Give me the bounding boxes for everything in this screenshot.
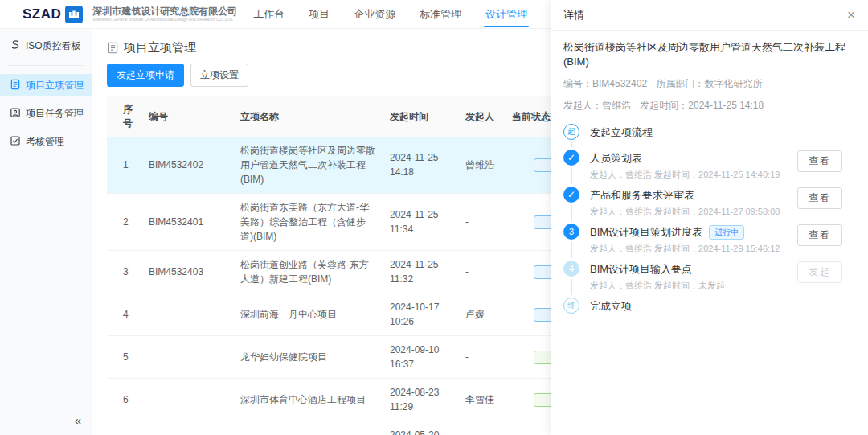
check-square-icon: [10, 135, 21, 149]
sidebar-item-project-initiation[interactable]: 项目立项管理: [0, 74, 92, 96]
cell-initiator: 卢媛: [459, 293, 506, 336]
cell-initiate-time: 2024-11-25 14:18: [383, 137, 459, 194]
cell-project-name: 松岗街道楼岗等社区及周边零散用户管道天然气二次补装工程(BIM): [234, 137, 383, 194]
timeline-step: 起发起立项流程: [563, 124, 855, 150]
cell-code: [142, 293, 234, 336]
tasks-icon: [10, 107, 21, 121]
timeline-connector: [571, 205, 572, 221]
timeline-node-column: ✓: [563, 150, 579, 187]
timeline-connector: [571, 168, 572, 184]
detail-code: 编号：BIM4532402: [563, 78, 647, 89]
cell-code: BIM4532401: [142, 194, 234, 251]
cell-code: BIM4532403: [142, 251, 234, 293]
page-title-text: 项目立项管理: [124, 40, 196, 55]
timeline-step-title: 发起立项流程: [590, 124, 855, 140]
timeline-node-done: ✓: [563, 150, 579, 166]
doc-icon: [10, 79, 21, 92]
cell-initiate-time: 2024-10-17 10:26: [383, 293, 459, 336]
cell-code: [142, 336, 234, 379]
cell-initiator: 李雪佳: [459, 379, 506, 421]
nav-item-workbench[interactable]: 工作台: [252, 0, 286, 29]
sidebar-collapse-button[interactable]: «: [75, 413, 81, 427]
column-header: 编号: [142, 96, 234, 137]
timeline-step-title-text: BIM设计项目策划进度表: [590, 225, 702, 240]
timeline-node-start: 起: [563, 124, 579, 140]
cell-seq: 1: [107, 137, 142, 194]
page-title-icon: [107, 42, 119, 54]
sidebar: ISO质控看板项目立项管理项目任务管理考核管理 «: [0, 29, 92, 435]
timeline-step: 3BIM设计项目策划进度表进行中发起人：曾维浩 发起时间：2024-11-29 …: [563, 224, 855, 261]
timeline-connector: [571, 279, 572, 295]
timeline-node-column: ✓: [563, 187, 579, 224]
detail-meta-line-2: 发起人：曾维浩 发起时间：2024-11-25 14:18: [563, 99, 855, 113]
nav-item-enterprise-resource[interactable]: 企业资源: [352, 0, 397, 29]
column-header: 发起人: [459, 96, 506, 137]
in-progress-badge: 进行中: [709, 225, 744, 240]
column-header: 序号: [107, 96, 142, 137]
sidebar-item-project-task[interactable]: 项目任务管理: [0, 102, 92, 125]
cell-initiate-time: 2024-05-20 11:39: [383, 421, 459, 435]
initiate-step-button: 发起: [797, 261, 842, 283]
logo-text: SZAD: [23, 6, 61, 23]
timeline-step-content: 完成立项: [590, 298, 855, 318]
sidebar-divider: [8, 65, 84, 66]
timeline-node-end: 终: [563, 298, 579, 314]
sidebar-item-label: 项目任务管理: [26, 107, 84, 121]
timeline-node-column: 终: [563, 298, 579, 318]
cell-code: BIM4532402: [142, 137, 234, 194]
cell-seq: 7: [107, 421, 142, 435]
timeline-step-title-text: 人员策划表: [590, 151, 642, 166]
cell-initiator: -: [459, 194, 506, 251]
sidebar-item-assessment[interactable]: 考核管理: [0, 130, 92, 153]
timeline-connector: [571, 242, 572, 258]
sidebar-item-label: 项目立项管理: [26, 79, 84, 92]
timeline-step-title-text: 发起立项流程: [590, 125, 653, 140]
project-settings-button[interactable]: 立项设置: [190, 64, 248, 87]
view-step-button[interactable]: 查看: [797, 187, 842, 209]
cell-initiate-time: 2024-11-25 11:32: [383, 251, 459, 293]
cell-project-name: 深圳市体育中心酒店工程项目: [234, 379, 383, 421]
initiate-project-button[interactable]: 发起立项申请: [107, 64, 184, 87]
cell-code: SZB3082201: [142, 421, 234, 435]
cell-initiator: 张成杨: [459, 421, 506, 435]
cell-initiator: 曾维浩: [459, 137, 506, 194]
timeline-node-column: 3: [563, 224, 579, 261]
company-logo: SZAD 深圳市建筑设计研究总院有限公司 Shenzhen General In…: [23, 6, 237, 23]
timeline-step-content: 发起立项流程: [590, 124, 855, 150]
cell-code: [142, 379, 234, 421]
detail-panel-header: 详情 ×: [551, 0, 868, 31]
cell-initiator: -: [459, 251, 506, 293]
timeline-node-current: 3: [563, 224, 579, 240]
view-step-button[interactable]: 查看: [797, 224, 842, 246]
sidebar-menu: ISO质控看板项目立项管理项目任务管理考核管理: [0, 35, 92, 153]
detail-panel-title: 详情: [563, 8, 584, 23]
cell-initiator: -: [459, 336, 506, 379]
logo-icon: [65, 6, 83, 23]
close-icon[interactable]: ×: [847, 8, 855, 22]
cell-seq: 2: [107, 194, 142, 251]
cell-seq: 5: [107, 336, 142, 379]
column-header: 立项名称: [234, 96, 383, 137]
nav-item-project[interactable]: 项目: [307, 0, 331, 29]
timeline-step: ✓产品和服务要求评审表发起人：曾维浩 发起时间：2024-11-27 09:58…: [563, 187, 855, 224]
view-step-button[interactable]: 查看: [797, 150, 842, 172]
timeline-step-title-text: 产品和服务要求评审表: [590, 188, 694, 203]
cell-project-name: 清湖文化产业园（暂定名）: [234, 421, 383, 435]
cell-seq: 6: [107, 379, 142, 421]
sidebar-item-iso-board[interactable]: ISO质控看板: [0, 35, 92, 57]
timeline-step-title-text: BIM设计项目输入要点: [590, 262, 692, 277]
cell-seq: 4: [107, 293, 142, 336]
detail-panel-body: 松岗街道楼岗等社区及周边零散用户管道天然气二次补装工程(BIM) 编号：BIM4…: [551, 31, 868, 327]
cell-project-name: 龙华妇幼保健院项目: [234, 336, 383, 379]
company-name: 深圳市建筑设计研究总院有限公司: [92, 6, 237, 18]
timeline-node-column: 起: [563, 124, 579, 150]
timeline-step-title: 完成立项: [590, 298, 855, 314]
cell-project-name: 松岗街道东美路（东方大道-华美路）综合整治工程（含健步道)(BIM): [234, 194, 383, 251]
detail-department: 所属部门：数字化研究所: [656, 78, 762, 89]
cell-initiate-time: 2024-08-23 11:29: [383, 379, 459, 421]
timeline-connector: [571, 142, 572, 147]
nav-item-standard-management[interactable]: 标准管理: [418, 0, 463, 29]
workflow-timeline: 起发起立项流程✓人员策划表发起人：曾维浩 发起时间：2024-11-25 14:…: [563, 124, 855, 318]
nav-item-design-management[interactable]: 设计管理: [484, 0, 529, 29]
cell-project-name: 松岗街道创业路（芙蓉路-东方大道）新建工程(BIM): [234, 251, 383, 293]
